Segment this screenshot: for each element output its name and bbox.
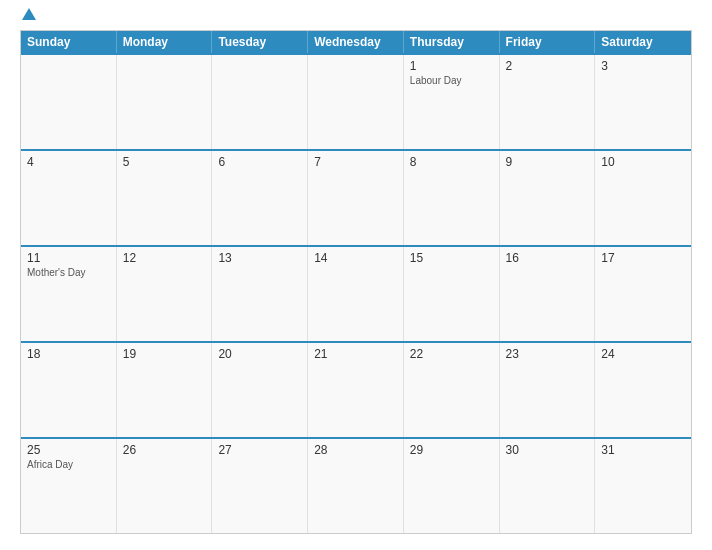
- calendar-cell: 3: [595, 55, 691, 149]
- day-number: 18: [27, 347, 110, 361]
- calendar-cell: 28: [308, 439, 404, 533]
- calendar-cell: 14: [308, 247, 404, 341]
- day-number: 12: [123, 251, 206, 265]
- day-number: 29: [410, 443, 493, 457]
- calendar-week-3: 11Mother's Day121314151617: [21, 245, 691, 341]
- day-number: 25: [27, 443, 110, 457]
- calendar-cell: 7: [308, 151, 404, 245]
- calendar-cell: 23: [500, 343, 596, 437]
- calendar-cell: 13: [212, 247, 308, 341]
- calendar-cell: [21, 55, 117, 149]
- calendar-week-4: 18192021222324: [21, 341, 691, 437]
- day-number: 26: [123, 443, 206, 457]
- day-number: 7: [314, 155, 397, 169]
- calendar-cell: 17: [595, 247, 691, 341]
- day-number: 1: [410, 59, 493, 73]
- calendar-body: 1Labour Day234567891011Mother's Day12131…: [21, 53, 691, 533]
- calendar-cell: 21: [308, 343, 404, 437]
- calendar-cell: 24: [595, 343, 691, 437]
- calendar-cell: 4: [21, 151, 117, 245]
- calendar-cell: 11Mother's Day: [21, 247, 117, 341]
- calendar-cell: 15: [404, 247, 500, 341]
- holiday-label: Labour Day: [410, 75, 493, 86]
- day-number: 9: [506, 155, 589, 169]
- calendar-cell: [308, 55, 404, 149]
- calendar-cell: 1Labour Day: [404, 55, 500, 149]
- calendar-cell: 25Africa Day: [21, 439, 117, 533]
- calendar-cell: 8: [404, 151, 500, 245]
- page-header: [20, 16, 692, 20]
- weekday-header-monday: Monday: [117, 31, 213, 53]
- calendar-cell: 22: [404, 343, 500, 437]
- day-number: 13: [218, 251, 301, 265]
- calendar-cell: 30: [500, 439, 596, 533]
- weekday-header-thursday: Thursday: [404, 31, 500, 53]
- weekday-header-tuesday: Tuesday: [212, 31, 308, 53]
- calendar-cell: 12: [117, 247, 213, 341]
- day-number: 28: [314, 443, 397, 457]
- weekday-header-friday: Friday: [500, 31, 596, 53]
- weekday-header-saturday: Saturday: [595, 31, 691, 53]
- day-number: 16: [506, 251, 589, 265]
- day-number: 4: [27, 155, 110, 169]
- day-number: 11: [27, 251, 110, 265]
- logo-triangle-icon: [22, 8, 36, 20]
- calendar-week-5: 25Africa Day262728293031: [21, 437, 691, 533]
- calendar-cell: [212, 55, 308, 149]
- calendar-header: SundayMondayTuesdayWednesdayThursdayFrid…: [21, 31, 691, 53]
- calendar-cell: 27: [212, 439, 308, 533]
- day-number: 14: [314, 251, 397, 265]
- calendar-cell: 20: [212, 343, 308, 437]
- day-number: 22: [410, 347, 493, 361]
- calendar-cell: 5: [117, 151, 213, 245]
- calendar-cell: 31: [595, 439, 691, 533]
- calendar-cell: 18: [21, 343, 117, 437]
- weekday-header-wednesday: Wednesday: [308, 31, 404, 53]
- calendar-week-2: 45678910: [21, 149, 691, 245]
- holiday-label: Mother's Day: [27, 267, 110, 278]
- holiday-label: Africa Day: [27, 459, 110, 470]
- day-number: 5: [123, 155, 206, 169]
- calendar-cell: 2: [500, 55, 596, 149]
- calendar-cell: [117, 55, 213, 149]
- day-number: 6: [218, 155, 301, 169]
- day-number: 31: [601, 443, 685, 457]
- day-number: 20: [218, 347, 301, 361]
- calendar-cell: 9: [500, 151, 596, 245]
- day-number: 2: [506, 59, 589, 73]
- weekday-header-sunday: Sunday: [21, 31, 117, 53]
- day-number: 23: [506, 347, 589, 361]
- calendar-cell: 26: [117, 439, 213, 533]
- day-number: 3: [601, 59, 685, 73]
- calendar: SundayMondayTuesdayWednesdayThursdayFrid…: [20, 30, 692, 534]
- day-number: 10: [601, 155, 685, 169]
- logo: [20, 16, 36, 20]
- day-number: 21: [314, 347, 397, 361]
- calendar-cell: 29: [404, 439, 500, 533]
- day-number: 19: [123, 347, 206, 361]
- calendar-cell: 19: [117, 343, 213, 437]
- day-number: 17: [601, 251, 685, 265]
- day-number: 27: [218, 443, 301, 457]
- day-number: 15: [410, 251, 493, 265]
- day-number: 30: [506, 443, 589, 457]
- calendar-cell: 10: [595, 151, 691, 245]
- day-number: 24: [601, 347, 685, 361]
- calendar-cell: 16: [500, 247, 596, 341]
- day-number: 8: [410, 155, 493, 169]
- calendar-week-1: 1Labour Day23: [21, 53, 691, 149]
- calendar-cell: 6: [212, 151, 308, 245]
